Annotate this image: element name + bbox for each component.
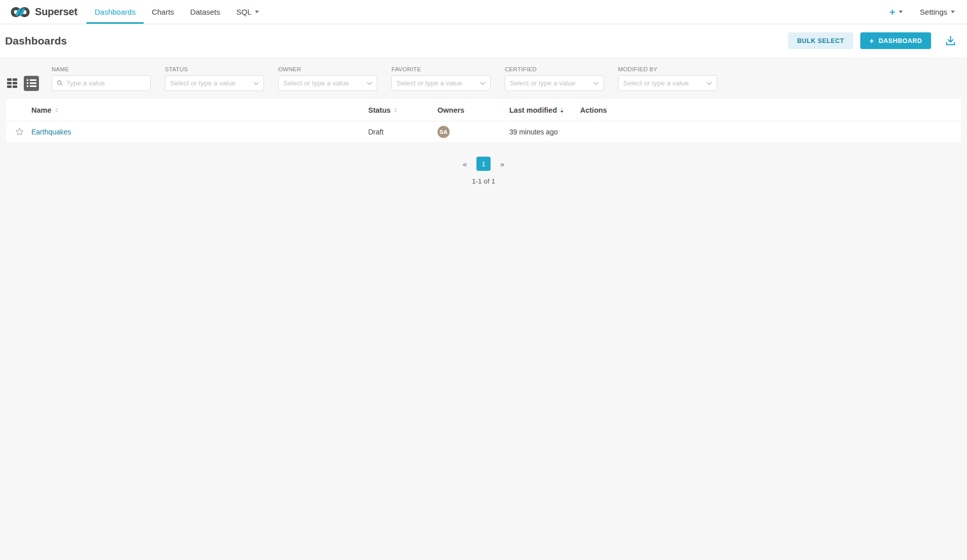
pagination-summary: 1-1 of 1 [472, 177, 495, 185]
view-mode-toggles [7, 75, 39, 91]
sort-icon [55, 108, 58, 113]
table-row: Earthquakes Draft SA 39 minutes ago [6, 121, 961, 142]
owner-avatar[interactable]: SA [437, 126, 450, 138]
chevron-down-icon [253, 81, 259, 85]
table-header-row: Name Status Owners Last modified Actions [6, 99, 961, 121]
page-header: Dashboards BULK SELECT + DASHBOARD [0, 24, 967, 57]
page-title: Dashboards [5, 35, 67, 47]
dashboards-table: Name Status Owners Last modified Actions [6, 99, 961, 142]
navbar-right: + Settings [890, 0, 955, 24]
nav-tab-dashboards[interactable]: Dashboards [86, 0, 144, 24]
modified-by-filter-select[interactable]: Select or type a value [618, 75, 717, 91]
nav-tab-datasets[interactable]: Datasets [182, 0, 228, 24]
favorite-star-button[interactable] [15, 127, 24, 136]
plus-icon: + [869, 37, 874, 44]
plus-icon: + [890, 7, 895, 17]
certified-filter-select[interactable]: Select or type a value [505, 75, 604, 91]
content-area: NAME STATUS Select or type a value [0, 57, 967, 560]
filter-label: NAME [52, 66, 151, 72]
filter-label: CERTIFIED [505, 66, 604, 72]
previous-page-button[interactable]: « [463, 160, 467, 168]
nav-tab-sql[interactable]: SQL [228, 0, 267, 24]
next-page-button[interactable]: » [500, 160, 504, 168]
filter-name: NAME [52, 66, 151, 91]
chevron-down-icon [593, 81, 599, 85]
favorite-filter-select[interactable]: Select or type a value [391, 75, 491, 91]
name-filter-input[interactable] [66, 79, 146, 87]
column-header-last-modified[interactable]: Last modified [509, 106, 580, 114]
filter-owner: OWNER Select or type a value [278, 66, 377, 91]
column-header-actions: Actions [580, 106, 961, 114]
header-actions: BULK SELECT + DASHBOARD [788, 32, 957, 49]
caret-down-icon [951, 11, 955, 13]
filter-label: FAVORITE [391, 66, 491, 72]
search-icon [57, 80, 63, 86]
owner-filter-select[interactable]: Select or type a value [278, 75, 377, 91]
card-view-toggle[interactable] [7, 78, 17, 88]
superset-app: Superset Dashboards Charts Datasets SQL … [0, 0, 967, 560]
filter-label: MODIFIED BY [618, 66, 717, 72]
sort-icon [394, 108, 397, 113]
nav-tab-charts[interactable]: Charts [144, 0, 182, 24]
top-navbar: Superset Dashboards Charts Datasets SQL … [0, 0, 967, 24]
filter-bar: NAME STATUS Select or type a value [0, 57, 967, 91]
list-view-toggle[interactable] [24, 76, 39, 91]
filter-modified-by: MODIFIED BY Select or type a value [618, 66, 717, 91]
brand-name: Superset [35, 6, 77, 18]
column-header-owners: Owners [437, 106, 509, 114]
star-icon [15, 127, 24, 136]
caret-down-icon [255, 11, 259, 13]
add-dashboard-button[interactable]: + DASHBOARD [860, 32, 931, 49]
filter-label: STATUS [165, 66, 264, 72]
import-dashboards-button[interactable] [944, 34, 957, 47]
pager: « 1 » [463, 157, 505, 171]
grid-view-icon [7, 78, 12, 81]
chevron-down-icon [707, 81, 712, 85]
filter-label: OWNER [278, 66, 377, 72]
status-filter-select[interactable]: Select or type a value [165, 75, 264, 91]
settings-menu[interactable]: Settings [920, 8, 955, 16]
download-icon [944, 34, 957, 47]
last-modified-cell: 39 minutes ago [509, 128, 580, 136]
status-cell: Draft [368, 128, 437, 136]
caret-down-icon [899, 11, 903, 13]
chevron-down-icon [480, 81, 486, 85]
name-search-field[interactable] [52, 75, 151, 91]
pagination: « 1 » 1-1 of 1 [0, 157, 967, 185]
column-header-name[interactable]: Name [31, 106, 368, 114]
filter-status: STATUS Select or type a value [165, 66, 264, 91]
new-item-menu[interactable]: + [890, 7, 903, 17]
superset-logo[interactable]: Superset [10, 0, 77, 24]
chevron-down-icon [367, 81, 372, 85]
sort-icon-descending [560, 108, 563, 113]
filter-favorite: FAVORITE Select or type a value [391, 66, 491, 91]
superset-infinity-icon [10, 6, 30, 18]
dashboard-link-earthquakes[interactable]: Earthquakes [31, 128, 71, 136]
bulk-select-button[interactable]: BULK SELECT [788, 32, 853, 49]
filter-certified: CERTIFIED Select or type a value [505, 66, 604, 91]
column-header-status[interactable]: Status [368, 106, 437, 114]
page-1-button[interactable]: 1 [476, 157, 491, 171]
